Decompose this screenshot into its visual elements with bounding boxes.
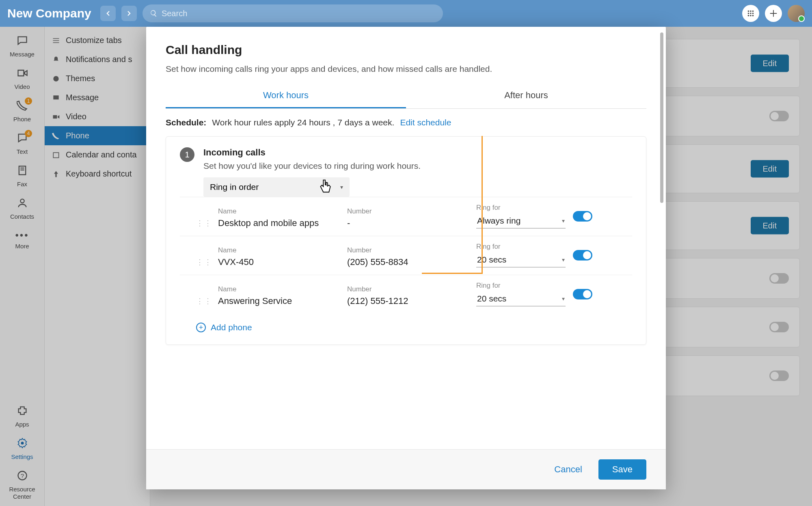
- svg-point-1: [750, 11, 752, 12]
- search-icon: [150, 9, 158, 17]
- dialog-description: Set how incoming calls ring your apps an…: [166, 64, 646, 74]
- tab-after-hours[interactable]: After hours: [406, 85, 646, 108]
- svg-point-6: [748, 15, 749, 17]
- add-button[interactable]: [765, 5, 782, 22]
- tab-work-hours[interactable]: Work hours: [166, 85, 406, 108]
- chevron-down-icon: ▾: [562, 217, 565, 224]
- device-number: (212) 555-1212: [347, 296, 469, 306]
- drag-handle-icon[interactable]: ⋮⋮: [196, 219, 211, 228]
- device-toggle[interactable]: [573, 211, 592, 222]
- nav-forward-button[interactable]: [121, 6, 137, 21]
- incoming-calls-section: 1 Incoming calls Set how you'd like your…: [166, 136, 646, 345]
- scrollbar[interactable]: [660, 32, 663, 203]
- device-row: ⋮⋮ Name Answering Service Number (212) 5…: [180, 275, 632, 314]
- ringfor-select[interactable]: 20 secs ▾: [476, 253, 566, 267]
- call-handling-dialog: Call handling Set how incoming calls rin…: [146, 27, 666, 489]
- ringfor-select[interactable]: 20 secs ▾: [476, 292, 566, 306]
- svg-point-0: [748, 11, 749, 12]
- svg-point-3: [748, 13, 749, 14]
- device-name: Answering Service: [218, 296, 340, 306]
- cursor-icon: [317, 178, 333, 197]
- drag-handle-icon[interactable]: ⋮⋮: [196, 297, 211, 306]
- svg-point-5: [752, 13, 754, 14]
- svg-point-7: [750, 15, 752, 17]
- chevron-down-icon: ▾: [562, 256, 565, 263]
- plus-circle-icon: +: [196, 323, 206, 332]
- section-title: Incoming calls: [203, 147, 632, 158]
- add-phone-button[interactable]: + Add phone: [180, 314, 632, 332]
- edit-schedule-link[interactable]: Edit schedule: [400, 118, 451, 127]
- avatar[interactable]: [788, 5, 805, 22]
- schedule-label: Schedule:: [166, 118, 206, 127]
- topbar: New Company: [0, 0, 812, 27]
- svg-point-4: [750, 13, 752, 14]
- svg-point-2: [752, 11, 754, 12]
- dialog-title: Call handling: [166, 43, 646, 57]
- company-name: New Company: [7, 6, 91, 20]
- chevron-left-icon: [104, 10, 112, 17]
- svg-point-8: [752, 15, 754, 17]
- search-input[interactable]: [162, 9, 436, 18]
- section-subtitle: Set how you'd like your devices to ring …: [203, 161, 632, 171]
- cancel-button[interactable]: Cancel: [554, 464, 582, 475]
- dialog-footer: Cancel Save: [146, 449, 666, 489]
- schedule-row: Schedule: Work hour rules apply 24 hours…: [166, 109, 646, 136]
- device-name: Desktop and mobile apps: [218, 218, 340, 228]
- device-name: VVX-450: [218, 257, 340, 267]
- ring-mode-select[interactable]: Ring in order ▾: [203, 177, 350, 197]
- device-number: -: [347, 218, 469, 228]
- device-number: (205) 555-8834: [347, 257, 469, 267]
- device-toggle[interactable]: [573, 289, 592, 299]
- dialpad-button[interactable]: [742, 5, 759, 22]
- ringfor-select[interactable]: Always ring ▾: [476, 214, 566, 228]
- nav-back-button[interactable]: [100, 6, 116, 21]
- plus-icon: [769, 9, 778, 18]
- save-button[interactable]: Save: [598, 459, 646, 480]
- device-row: ⋮⋮ Name Desktop and mobile apps Number -…: [180, 197, 632, 236]
- chevron-down-icon: ▾: [562, 295, 565, 302]
- step-badge: 1: [180, 147, 194, 162]
- drag-handle-icon[interactable]: ⋮⋮: [196, 258, 211, 267]
- dialpad-icon: [746, 9, 755, 18]
- chevron-right-icon: [125, 10, 133, 17]
- device-toggle[interactable]: [573, 250, 592, 261]
- chevron-down-icon: ▾: [340, 184, 343, 190]
- schedule-value: Work hour rules apply 24 hours , 7 days …: [212, 118, 394, 127]
- device-row: ⋮⋮ Name VVX-450 Number (205) 555-8834 Ri…: [180, 236, 632, 275]
- search-field[interactable]: [143, 4, 443, 22]
- dialog-tabs: Work hours After hours: [166, 85, 646, 109]
